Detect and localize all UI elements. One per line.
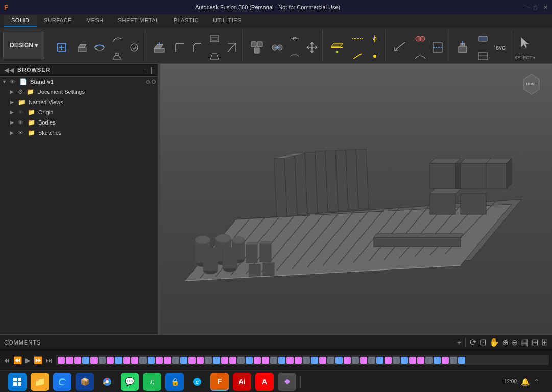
offset-plane-btn[interactable]: = (326, 36, 348, 59)
scale-btn[interactable] (224, 39, 240, 56)
browser-item-bodies[interactable]: ▶ 👁 📁 Bodies (0, 117, 158, 128)
browser-item-standv1[interactable]: ▼ 👁 📄 Stand v1 ⚙ (0, 77, 158, 87)
tl-item-21[interactable] (229, 357, 236, 364)
canvas-btn[interactable] (475, 48, 491, 64)
plane-at-angle-btn[interactable] (349, 48, 366, 64)
taskbar-explorer[interactable]: 📁 (31, 373, 49, 391)
taskbar-chrome[interactable] (98, 373, 116, 391)
tl-item-34[interactable] (335, 357, 343, 364)
browser-item-sketches[interactable]: ▶ 👁 📁 Sketches (0, 128, 158, 138)
tl-item-0[interactable] (58, 357, 65, 364)
select-btn[interactable] (514, 32, 537, 54)
pan-btn[interactable]: ✋ (489, 337, 499, 347)
tl-item-42[interactable] (401, 357, 408, 364)
taskbar-edge[interactable] (53, 373, 71, 391)
sweep-btn[interactable] (109, 31, 125, 47)
frame-btn[interactable]: ⊡ (479, 337, 486, 347)
tl-item-19[interactable] (213, 357, 220, 364)
browser-item-doc-settings[interactable]: ▶ ⚙ 📁 Document Settings (0, 87, 158, 97)
new-component-btn2[interactable] (246, 36, 268, 59)
taskbar-fusion360[interactable]: F (210, 373, 229, 391)
skip-back-btn[interactable]: ⏮ (3, 356, 10, 364)
tl-item-20[interactable] (221, 357, 228, 364)
tl-item-13[interactable] (164, 357, 171, 364)
tl-item-14[interactable] (172, 357, 179, 364)
tl-item-36[interactable] (352, 357, 359, 364)
zoom-in-btn[interactable]: ⊕ (502, 338, 509, 347)
tl-item-24[interactable] (254, 357, 261, 364)
viewport[interactable]: HOME (160, 64, 552, 334)
step-forward-btn[interactable]: ⏩ (34, 356, 42, 364)
axis-through-btn[interactable] (367, 31, 383, 47)
design-button[interactable]: DESIGN ▾ (3, 32, 44, 59)
tl-item-12[interactable] (156, 357, 163, 364)
browser-collapse-btn[interactable]: ◀◀ (4, 66, 14, 74)
taskbar-adobe[interactable]: Ai (233, 373, 251, 391)
extrude-btn[interactable] (74, 39, 90, 56)
tl-item-30[interactable] (303, 357, 310, 364)
tl-item-8[interactable] (123, 357, 130, 364)
tl-item-18[interactable] (205, 357, 212, 364)
tl-item-31[interactable] (311, 357, 318, 364)
interference-btn[interactable] (412, 31, 428, 47)
taskbar-windows[interactable] (8, 373, 27, 391)
shell-btn[interactable] (206, 31, 223, 47)
close-btn[interactable]: ✕ (543, 4, 548, 11)
tl-item-7[interactable] (115, 357, 122, 364)
display-mode-btn[interactable]: ▦ (521, 337, 529, 347)
standv1-eye[interactable]: 👁 (10, 79, 18, 85)
taskbar-acrobat[interactable]: A (255, 373, 274, 391)
tl-item-4[interactable] (90, 357, 98, 364)
tab-solid[interactable]: SOLID (4, 15, 37, 27)
browser-minus-btn[interactable]: − (143, 66, 148, 74)
tl-item-32[interactable] (319, 357, 326, 364)
browser-divider-handle[interactable]: || (151, 66, 154, 74)
tl-item-26[interactable] (270, 357, 277, 364)
tl-item-49[interactable] (458, 357, 465, 364)
insert-derive-btn[interactable] (451, 36, 474, 59)
tl-item-22[interactable] (237, 357, 245, 364)
taskbar-virtualbox[interactable]: 📦 (76, 373, 94, 391)
tl-item-16[interactable] (188, 357, 196, 364)
curvature-comb-btn[interactable] (412, 48, 428, 64)
chevron-up-btn[interactable]: ⌃ (534, 378, 540, 386)
tl-item-33[interactable] (327, 357, 334, 364)
tl-item-2[interactable] (74, 357, 81, 364)
browser-item-named-views[interactable]: ▶ 📁 Named Views (0, 97, 158, 107)
press-pull-btn[interactable] (148, 36, 171, 59)
svg-dxf-btn[interactable]: SVG (492, 39, 509, 56)
joint-btn[interactable] (269, 39, 285, 56)
tl-item-23[interactable] (246, 357, 253, 364)
timeline-track[interactable] (56, 355, 549, 365)
tab-plastic[interactable]: PLASTIC (166, 15, 206, 27)
tl-item-46[interactable] (434, 357, 441, 364)
tl-item-47[interactable] (442, 357, 449, 364)
tl-item-44[interactable] (417, 357, 424, 364)
hole-btn[interactable] (126, 39, 142, 56)
new-component-btn[interactable] (51, 36, 73, 59)
as-built-joint-btn[interactable] (286, 31, 303, 47)
chamfer-btn[interactable] (189, 39, 205, 56)
grid-btn[interactable]: ⊞ (532, 337, 538, 347)
orbit-btn[interactable]: ⟳ (470, 337, 476, 347)
skip-forward-btn[interactable]: ⏭ (45, 356, 53, 364)
revolve-btn[interactable] (91, 39, 108, 56)
tl-item-3[interactable] (82, 357, 89, 364)
motion-link-btn[interactable] (286, 48, 303, 64)
tl-item-25[interactable] (262, 357, 269, 364)
zoom-out-btn[interactable]: ⊖ (512, 338, 518, 347)
tl-item-6[interactable] (107, 357, 114, 364)
fillet-btn[interactable] (172, 39, 188, 56)
tl-item-17[interactable] (197, 357, 204, 364)
origin-eye[interactable]: 👁 (18, 109, 26, 115)
more-btn[interactable]: ⊞ (541, 337, 548, 347)
notification-btn[interactable]: 🔔 (521, 378, 530, 386)
maximize-btn[interactable]: □ (534, 4, 537, 11)
minimize-btn[interactable]: — (524, 4, 530, 11)
tl-item-37[interactable] (360, 357, 367, 364)
midplane-btn[interactable] (349, 31, 366, 47)
tl-item-29[interactable] (295, 357, 302, 364)
decal-btn[interactable] (475, 31, 491, 47)
add-comment-btn[interactable]: + (457, 338, 461, 347)
tl-item-1[interactable] (66, 357, 73, 364)
